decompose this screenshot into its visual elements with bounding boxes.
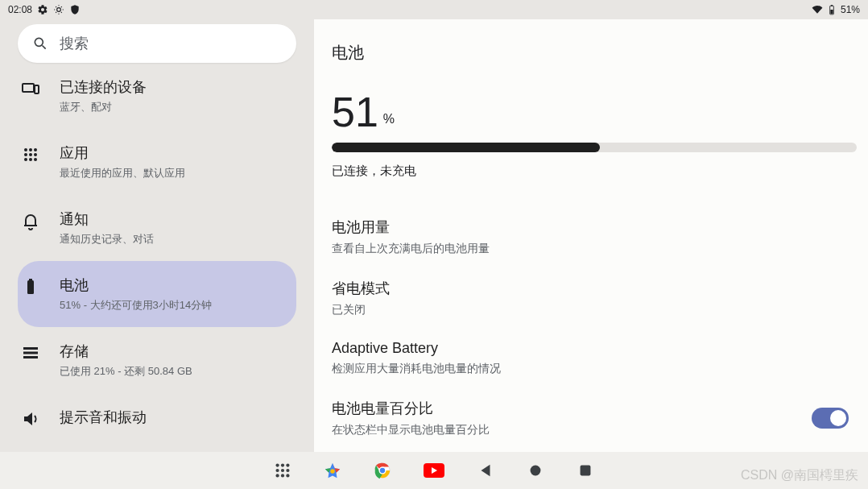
svg-point-35 — [286, 469, 289, 472]
battery-icon — [826, 4, 837, 15]
row-battery-saver[interactable]: 省电模式已关闭 — [332, 267, 857, 329]
status-bar: 02:08 51% — [0, 0, 868, 19]
svg-rect-25 — [27, 280, 34, 294]
sidebar-item-sound[interactable]: 提示音和振动 — [18, 393, 296, 429]
svg-point-23 — [29, 158, 32, 161]
settings-sidebar: 已连接的设备蓝牙、配对 应用最近使用的应用、默认应用 通知通知历史记录、对话 电… — [0, 19, 314, 452]
nav-home-icon[interactable] — [527, 462, 544, 479]
shield-icon — [69, 4, 81, 15]
app-drawer-icon[interactable] — [274, 462, 291, 479]
battery-status-text: 已连接，未充电 — [332, 164, 857, 179]
chrome-icon[interactable] — [374, 462, 391, 479]
status-time: 02:08 — [8, 4, 32, 15]
status-battery-text: 51% — [841, 4, 860, 15]
sidebar-item-label: 通知 — [60, 209, 154, 229]
sidebar-item-label: 提示音和振动 — [60, 408, 147, 427]
sidebar-item-storage[interactable]: 存储已使用 21% - 还剩 50.84 GB — [18, 327, 296, 393]
svg-point-24 — [34, 158, 37, 161]
svg-line-5 — [56, 6, 56, 7]
sidebar-item-battery[interactable]: 电池51% - 大约还可使用3小时14分钟 — [18, 261, 296, 327]
svg-rect-27 — [23, 347, 38, 350]
page-title: 电池 — [332, 42, 857, 64]
svg-point-37 — [281, 474, 284, 477]
sun-icon — [53, 4, 64, 15]
svg-point-20 — [29, 153, 32, 156]
sidebar-item-apps[interactable]: 应用最近使用的应用、默认应用 — [18, 129, 296, 195]
search-icon — [32, 35, 48, 52]
svg-point-17 — [29, 148, 32, 151]
volume-icon — [21, 409, 40, 429]
watermark-text: CSDN @南国樗里疾 — [741, 467, 858, 484]
svg-point-36 — [275, 474, 279, 477]
sidebar-item-label: 存储 — [60, 342, 192, 361]
apps-icon — [21, 145, 40, 164]
svg-rect-28 — [23, 352, 38, 354]
search-bar[interactable] — [18, 24, 296, 63]
svg-point-22 — [24, 158, 27, 161]
nav-back-icon[interactable] — [477, 462, 494, 479]
row-adaptive-battery[interactable]: Adaptive Battery检测应用大量消耗电池电量的情况 — [332, 329, 857, 387]
svg-line-13 — [43, 46, 46, 49]
storage-icon — [21, 343, 40, 363]
search-input[interactable] — [60, 35, 282, 52]
sidebar-item-label: 电池 — [60, 276, 212, 295]
sidebar-item-connected-devices[interactable]: 已连接的设备蓝牙、配对 — [18, 74, 296, 129]
svg-point-32 — [286, 463, 289, 466]
bell-icon — [21, 211, 40, 230]
svg-point-33 — [275, 469, 279, 472]
sidebar-item-label: 应用 — [60, 143, 185, 163]
svg-rect-29 — [23, 356, 38, 358]
svg-line-7 — [61, 6, 62, 7]
svg-point-39 — [330, 469, 335, 474]
gear-icon — [37, 4, 48, 15]
wifi-icon — [812, 4, 823, 15]
sidebar-item-label: 已连接的设备 — [60, 77, 147, 97]
battery-percent-number: 51 — [332, 91, 378, 133]
battery-progress-bar — [332, 143, 857, 152]
battery-detail-pane: 电池 51 % 已连接，未充电 电池用量查看自上次充满电后的电池用量 省电模式已… — [314, 19, 868, 452]
svg-point-44 — [531, 466, 541, 476]
svg-rect-26 — [29, 279, 32, 280]
battery-percent-display: 51 % — [332, 91, 857, 133]
svg-point-21 — [34, 153, 37, 156]
svg-rect-10 — [831, 5, 833, 6]
battery-percent-toggle[interactable] — [812, 408, 849, 429]
svg-point-38 — [286, 474, 289, 477]
google-app-icon[interactable] — [324, 462, 341, 479]
svg-rect-11 — [830, 10, 833, 14]
svg-line-8 — [56, 12, 56, 13]
battery-icon — [21, 277, 40, 296]
row-battery-usage[interactable]: 电池用量查看自上次充满电后的电池用量 — [332, 206, 857, 267]
percent-symbol: % — [383, 112, 395, 133]
svg-point-0 — [57, 8, 61, 12]
svg-line-6 — [61, 12, 62, 13]
svg-point-12 — [35, 38, 43, 46]
devices-icon — [21, 79, 40, 98]
system-nav-bar: CSDN @南国樗里疾 — [0, 452, 868, 489]
svg-point-31 — [281, 463, 284, 466]
youtube-icon[interactable] — [424, 463, 444, 478]
row-battery-percentage[interactable]: 电池电量百分比在状态栏中显示电池电量百分比 — [332, 387, 857, 449]
sidebar-item-notifications[interactable]: 通知通知历史记录、对话 — [18, 195, 296, 261]
svg-point-19 — [24, 153, 27, 156]
svg-rect-45 — [581, 466, 591, 476]
svg-point-34 — [281, 469, 284, 472]
svg-point-30 — [275, 463, 279, 466]
nav-recents-icon[interactable] — [577, 462, 594, 479]
svg-rect-15 — [35, 85, 39, 93]
svg-point-18 — [34, 148, 37, 151]
svg-point-16 — [24, 148, 27, 151]
svg-rect-14 — [23, 84, 34, 92]
